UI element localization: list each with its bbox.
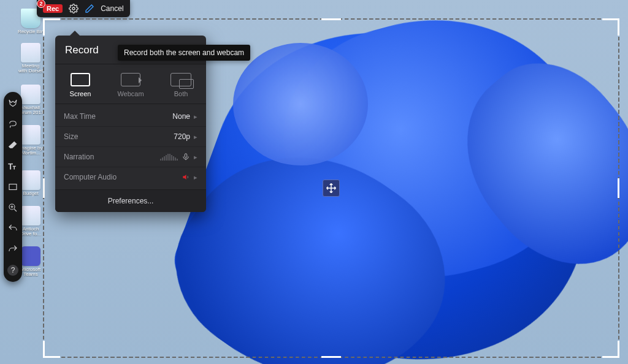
record-mode-tabs: Screen Webcam Both	[55, 64, 206, 104]
row-computer-audio[interactable]: Computer Audio ▸	[55, 167, 206, 187]
rectangle-icon[interactable]	[7, 181, 18, 192]
record-popover: Record Screen Webcam Both Max Time None▸…	[55, 36, 206, 212]
gear-icon[interactable]	[69, 4, 78, 13]
size-label: Size	[64, 132, 78, 141]
eraser-icon[interactable]	[7, 140, 18, 151]
zoom-icon[interactable]	[7, 202, 18, 213]
cancel-button[interactable]: Cancel	[101, 4, 123, 13]
resize-handle-bottom-left[interactable]	[43, 341, 60, 358]
recorder-toolbar: 2 Rec Cancel	[37, 0, 130, 17]
microphone-icon	[182, 153, 190, 161]
resize-handle-right[interactable]	[618, 178, 619, 198]
mode-screen[interactable]: Screen	[55, 64, 105, 104]
tooltip: Record both the screen and webcam	[118, 45, 250, 61]
redo-icon[interactable]	[7, 244, 18, 255]
max-time-value: None	[172, 112, 190, 121]
move-handle[interactable]	[323, 180, 340, 197]
chevron-right-icon: ▸	[194, 153, 197, 161]
lasso-icon[interactable]	[7, 119, 18, 130]
speaker-muted-icon	[182, 173, 190, 181]
help-icon[interactable]: ?	[7, 265, 18, 276]
row-size[interactable]: Size 720p▸	[55, 126, 206, 146]
svg-rect-5	[185, 154, 187, 157]
resize-handle-top[interactable]	[321, 18, 341, 20]
screen-webcam-icon	[170, 73, 191, 86]
undo-icon[interactable]	[7, 223, 18, 234]
record-badge-count: 2	[37, 0, 45, 8]
resize-handle-bottom[interactable]	[321, 356, 341, 358]
record-button[interactable]: 2 Rec	[43, 4, 63, 13]
row-narration[interactable]: Narration ▸	[55, 146, 206, 167]
chevron-right-icon: ▸	[194, 113, 197, 121]
svg-text:T: T	[13, 165, 16, 170]
audio-level-meter	[160, 153, 178, 161]
chevron-right-icon: ▸	[194, 173, 197, 181]
annotation-toolbar: TT ?	[4, 92, 22, 282]
resize-handle-left[interactable]	[43, 178, 45, 198]
narration-label: Narration	[64, 153, 94, 161]
monitor-icon	[71, 73, 90, 86]
webcam-icon	[121, 73, 140, 86]
computer-audio-label: Computer Audio	[64, 173, 117, 181]
svg-point-0	[72, 7, 75, 10]
pencil-icon[interactable]	[85, 4, 94, 13]
svg-rect-3	[9, 184, 17, 190]
desktop-icon[interactable]: Meeting with Dorset a...	[17, 40, 44, 75]
resize-handle-top-left[interactable]	[43, 18, 60, 36]
record-label: Rec	[47, 5, 59, 12]
mode-both[interactable]: Both	[156, 64, 206, 104]
text-icon[interactable]: TT	[7, 161, 18, 172]
max-time-label: Max Time	[64, 112, 96, 121]
resize-handle-top-right[interactable]	[602, 18, 619, 36]
chevron-right-icon: ▸	[194, 133, 197, 141]
row-max-time[interactable]: Max Time None▸	[55, 107, 206, 126]
preferences-button[interactable]: Preferences...	[55, 189, 206, 212]
mode-webcam[interactable]: Webcam	[105, 64, 156, 104]
fox-head-icon[interactable]	[7, 98, 18, 109]
resize-handle-bottom-right[interactable]	[602, 341, 619, 358]
size-value: 720p	[174, 132, 190, 141]
